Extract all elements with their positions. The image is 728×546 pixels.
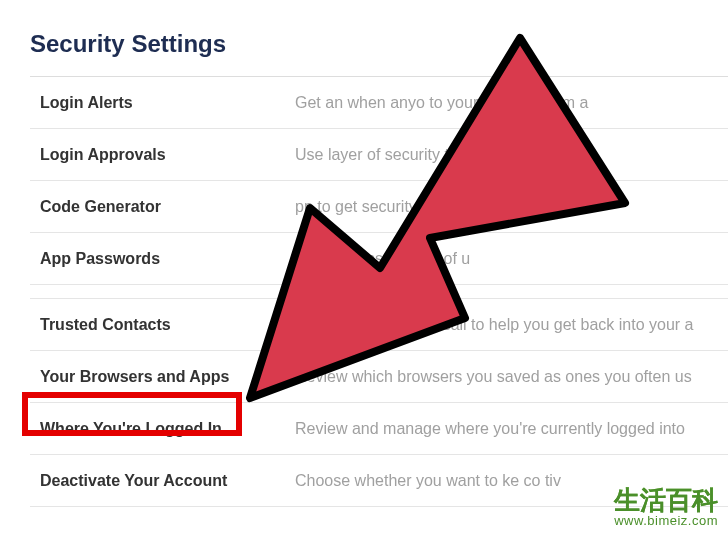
setting-desc: Use layer of security to keep oth: [255, 130, 728, 180]
setting-desc: Review which browsers you saved as ones …: [255, 352, 728, 402]
watermark: 生活百科 www.bimeiz.com: [614, 487, 718, 528]
setting-desc: pp to get security codes when you: [255, 182, 728, 232]
setting-row-login-approvals[interactable]: Login Approvals Use layer of security to…: [30, 129, 728, 181]
setting-label: Login Alerts: [30, 78, 255, 128]
setting-row-app-passwords[interactable]: App Passwords to your apps instead of u: [30, 233, 728, 285]
spacer-row: [30, 285, 728, 299]
setting-label: Where You're Logged In: [30, 404, 255, 454]
setting-desc: Review and manage where you're currently…: [255, 404, 728, 454]
watermark-url: www.bimeiz.com: [614, 513, 718, 528]
setting-label: App Passwords: [30, 234, 255, 284]
setting-label: Deactivate Your Account: [30, 456, 255, 506]
setting-label: Trusted Contacts: [30, 300, 255, 350]
page-title: Security Settings: [30, 30, 728, 58]
security-settings-list: Login Alerts Get an when anyo to your ac…: [30, 76, 728, 507]
setting-desc: to your apps instead of u: [255, 234, 728, 284]
setting-label: Code Generator: [30, 182, 255, 232]
setting-row-login-alerts[interactable]: Login Alerts Get an when anyo to your ac…: [30, 77, 728, 129]
setting-label: Your Browsers and Apps: [30, 352, 255, 402]
setting-row-code-generator[interactable]: Code Generator pp to get security codes …: [30, 181, 728, 233]
setting-row-where-youre-logged-in[interactable]: Where You're Logged In Review and manage…: [30, 403, 728, 455]
setting-row-trusted-contacts[interactable]: Trusted Contacts Pick friends you can ca…: [30, 299, 728, 351]
setting-label: Login Approvals: [30, 130, 255, 180]
setting-desc: Get an when anyo to your account from a: [255, 78, 728, 128]
setting-desc: Pick friends you can call to help you ge…: [255, 300, 728, 350]
setting-row-your-browsers-and-apps[interactable]: Your Browsers and Apps Review which brow…: [30, 351, 728, 403]
watermark-text: 生活百科: [614, 487, 718, 513]
